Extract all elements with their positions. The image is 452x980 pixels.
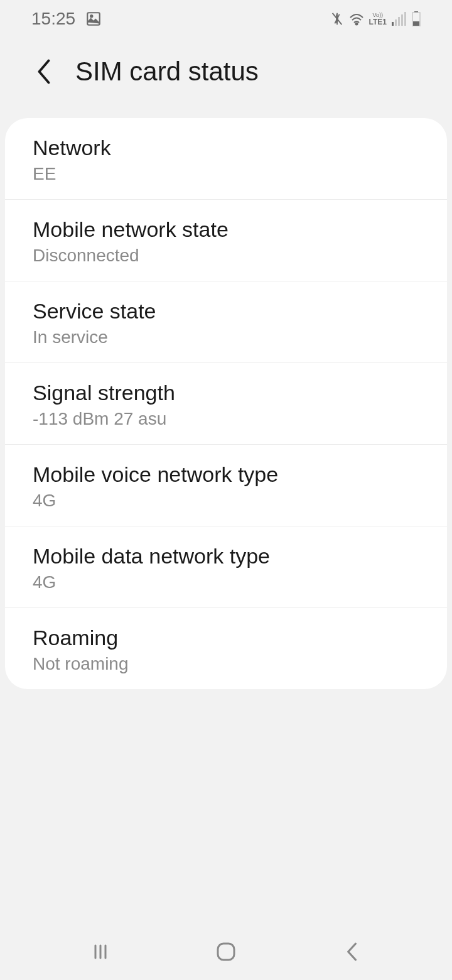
row-value: 4G [33, 491, 419, 511]
row-value: Not roaming [33, 654, 419, 674]
mute-icon [330, 12, 344, 26]
svg-rect-7 [401, 14, 403, 26]
svg-point-1 [90, 15, 92, 17]
row-value: 4G [33, 572, 419, 592]
battery-icon [412, 11, 421, 26]
home-icon [215, 941, 237, 962]
row-mobile-data-network-type[interactable]: Mobile data network type 4G [5, 526, 447, 608]
lte-indicator: Vo)) LTE1 [369, 12, 387, 26]
row-mobile-network-state[interactable]: Mobile network state Disconnected [5, 200, 447, 281]
svg-rect-15 [218, 944, 234, 960]
row-value: -113 dBm 27 asu [33, 409, 419, 429]
svg-rect-6 [398, 17, 400, 26]
svg-rect-4 [392, 22, 394, 26]
chevron-left-icon [343, 941, 360, 962]
row-service-state[interactable]: Service state In service [5, 281, 447, 363]
back-button[interactable] [31, 59, 56, 84]
row-value: EE [33, 164, 419, 184]
picture-icon [85, 11, 102, 27]
row-roaming[interactable]: Roaming Not roaming [5, 608, 447, 689]
svg-point-3 [355, 23, 357, 25]
row-label: Mobile voice network type [33, 462, 419, 487]
row-label: Network [33, 136, 419, 160]
home-button[interactable] [207, 933, 245, 971]
row-network[interactable]: Network EE [5, 118, 447, 200]
row-mobile-voice-network-type[interactable]: Mobile voice network type 4G [5, 445, 447, 526]
status-left: 15:25 [31, 9, 102, 29]
status-bar: 15:25 Vo)) LTE1 [0, 0, 452, 38]
svg-rect-8 [404, 12, 406, 26]
row-label: Roaming [33, 626, 419, 650]
row-label: Mobile data network type [33, 544, 419, 569]
svg-rect-5 [395, 19, 397, 26]
status-time: 15:25 [31, 9, 75, 29]
back-nav-button[interactable] [333, 933, 370, 971]
signal-icon [392, 12, 407, 26]
page-title: SIM card status [75, 57, 259, 87]
header: SIM card status [0, 38, 452, 118]
svg-rect-11 [413, 21, 419, 26]
row-value: Disconnected [33, 246, 419, 266]
row-value: In service [33, 327, 419, 347]
navigation-bar [0, 923, 452, 980]
chevron-left-icon [35, 59, 53, 84]
row-label: Service state [33, 299, 419, 324]
recents-icon [90, 942, 110, 962]
wifi-icon [349, 12, 364, 26]
row-label: Mobile network state [33, 217, 419, 242]
settings-card: Network EE Mobile network state Disconne… [5, 118, 447, 689]
row-label: Signal strength [33, 381, 419, 405]
status-right: Vo)) LTE1 [330, 11, 421, 26]
row-signal-strength[interactable]: Signal strength -113 dBm 27 asu [5, 363, 447, 445]
recents-button[interactable] [82, 933, 119, 971]
